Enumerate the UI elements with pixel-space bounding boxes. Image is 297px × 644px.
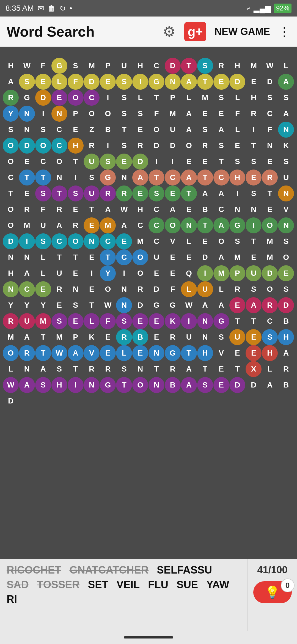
grid-cell[interactable]: O (262, 217, 278, 233)
grid-cell[interactable]: D (35, 90, 51, 106)
grid-cell[interactable]: T (35, 329, 51, 345)
grid-cell[interactable]: L (51, 74, 67, 90)
grid-cell[interactable]: S (213, 329, 229, 345)
grid-cell[interactable]: L (116, 345, 132, 361)
grid-cell[interactable]: A (116, 217, 132, 233)
grid-cell[interactable]: A (278, 345, 294, 361)
grid-cell[interactable]: I (181, 313, 197, 329)
grid-cell[interactable]: G (148, 74, 164, 90)
grid-cell[interactable]: S (246, 281, 262, 297)
grid-cell[interactable]: M (84, 58, 100, 74)
grid-cell[interactable]: A (19, 329, 35, 345)
grid-cell[interactable]: C (165, 170, 181, 185)
grid-cell[interactable]: C (100, 233, 116, 249)
grid-cell[interactable]: M (246, 58, 262, 74)
grid-cell[interactable]: I (246, 122, 262, 138)
grid-cell[interactable]: I (148, 154, 164, 170)
grid-cell[interactable]: E (246, 170, 262, 185)
grid-cell[interactable]: E (35, 281, 51, 297)
grid-cell[interactable]: C (35, 154, 51, 170)
grid-cell[interactable]: U (148, 249, 164, 265)
grid-cell[interactable]: I (246, 217, 262, 233)
grid-cell[interactable]: L (132, 90, 148, 106)
grid-cell[interactable]: C (213, 201, 229, 217)
grid-cell[interactable]: C (213, 170, 229, 185)
grid-cell[interactable]: C (3, 170, 19, 185)
grid-cell[interactable]: H (246, 90, 262, 106)
grid-cell[interactable]: B (132, 329, 148, 345)
grid-cell[interactable]: N (3, 281, 19, 297)
grid-cell[interactable]: I (100, 90, 116, 106)
grid-cell[interactable]: O (132, 265, 148, 281)
grid-cell[interactable]: T (35, 345, 51, 361)
grid-cell[interactable]: Y (35, 297, 51, 313)
grid-cell[interactable]: S (197, 122, 213, 138)
grid-cell[interactable]: G (148, 297, 164, 313)
grid-cell[interactable]: D (165, 58, 181, 74)
grid-cell[interactable]: T (51, 185, 67, 201)
grid-cell[interactable]: S (132, 106, 148, 122)
grid-cell[interactable]: D (148, 281, 164, 297)
grid-cell[interactable]: M (100, 217, 116, 233)
grid-cell[interactable]: R (19, 201, 35, 217)
grid-cell[interactable]: S (68, 185, 84, 201)
grid-cell[interactable]: D (165, 138, 181, 154)
grid-cell[interactable]: A (278, 106, 294, 122)
grid-cell[interactable]: A (181, 74, 197, 90)
grid-cell[interactable]: T (197, 361, 213, 377)
grid-cell[interactable]: C (51, 122, 67, 138)
grid-cell[interactable]: N (197, 313, 213, 329)
grid-cell[interactable]: A (68, 345, 84, 361)
grid-cell[interactable]: S (116, 138, 132, 154)
grid-cell[interactable]: O (51, 154, 67, 170)
grid-cell[interactable]: U (165, 122, 181, 138)
grid-cell[interactable]: L (229, 90, 245, 106)
grid-cell[interactable]: A (246, 297, 262, 313)
grid-cell[interactable]: M (35, 313, 51, 329)
grid-cell[interactable]: T (148, 361, 164, 377)
grid-cell[interactable]: I (229, 185, 245, 201)
grid-cell[interactable]: Y (19, 297, 35, 313)
grid-cell[interactable]: D (278, 297, 294, 313)
grid-cell[interactable]: N (68, 281, 84, 297)
grid-cell[interactable]: S (213, 138, 229, 154)
grid-cell[interactable]: U (84, 185, 100, 201)
grid-cell[interactable]: E (132, 122, 148, 138)
grid-cell[interactable]: N (132, 361, 148, 377)
grid-cell[interactable]: L (213, 281, 229, 297)
grid-cell[interactable]: N (84, 377, 100, 393)
grid-cell[interactable]: E (68, 313, 84, 329)
grid-cell[interactable]: D (19, 138, 35, 154)
grid-cell[interactable]: T (197, 74, 213, 90)
grid-cell[interactable]: L (3, 361, 19, 377)
grid-cell[interactable]: T (3, 185, 19, 201)
grid-cell[interactable]: L (181, 233, 197, 249)
grid-cell[interactable]: S (278, 233, 294, 249)
grid-cell[interactable]: W (3, 377, 19, 393)
grid-cell[interactable]: F (35, 201, 51, 217)
grid-cell[interactable]: F (229, 106, 245, 122)
grid-cell[interactable]: C (51, 138, 67, 154)
grid-cell[interactable]: R (262, 170, 278, 185)
grid-cell[interactable]: E (51, 297, 67, 313)
grid-cell[interactable]: B (278, 313, 294, 329)
grid-cell[interactable]: S (68, 297, 84, 313)
grid-cell[interactable]: P (100, 58, 116, 74)
grid-cell[interactable]: O (3, 201, 19, 217)
grid-cell[interactable]: T (229, 313, 245, 329)
grid-cell[interactable]: H (229, 170, 245, 185)
grid-cell[interactable]: W (262, 58, 278, 74)
grid-cell[interactable]: R (229, 281, 245, 297)
grid-cell[interactable]: E (246, 329, 262, 345)
grid-cell[interactable]: E (181, 249, 197, 265)
grid-cell[interactable]: U (181, 329, 197, 345)
grid-cell[interactable]: R (51, 201, 67, 217)
grid-cell[interactable]: E (132, 185, 148, 201)
grid-cell[interactable]: F (35, 58, 51, 74)
grid-cell[interactable]: R (197, 138, 213, 154)
grid-cell[interactable]: N (19, 361, 35, 377)
grid-cell[interactable]: G (100, 170, 116, 185)
grid-cell[interactable]: R (165, 329, 181, 345)
grid-cell[interactable]: P (68, 329, 84, 345)
grid-cell[interactable]: H (229, 58, 245, 74)
